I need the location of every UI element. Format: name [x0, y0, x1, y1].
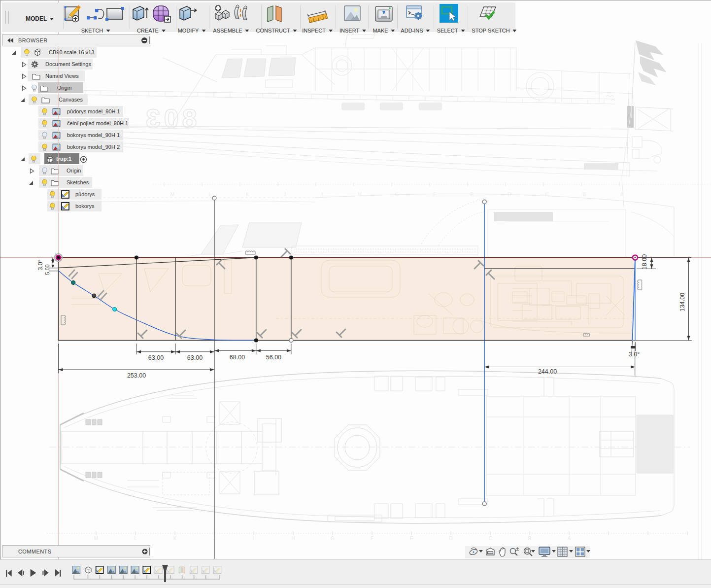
svg-text:F: F [433, 192, 436, 197]
svg-text:I: I [253, 536, 255, 541]
svg-text:134.00: 134.00 [679, 293, 686, 311]
svg-text:H: H [358, 192, 361, 197]
svg-text:3.0°: 3.0° [37, 259, 44, 270]
svg-text:H: H [291, 536, 295, 541]
svg-text:D: D [449, 536, 452, 541]
svg-text:D: D [508, 192, 511, 197]
svg-text:244.00: 244.00 [538, 368, 557, 375]
svg-text:M: M [170, 192, 174, 197]
svg-text:K: K [246, 192, 249, 197]
svg-text:A: A [620, 192, 624, 197]
svg-text:68.00: 68.00 [230, 354, 245, 361]
svg-text:G: G [395, 192, 399, 197]
svg-text:C: C [488, 536, 492, 541]
svg-text:C: C [545, 192, 548, 197]
svg-text:L: L [208, 192, 211, 197]
svg-text:J: J [284, 192, 286, 197]
svg-text:18.00: 18.00 [641, 254, 648, 270]
svg-text:56.00: 56.00 [266, 354, 281, 361]
svg-text:253.00: 253.00 [127, 372, 146, 379]
svg-text:G: G [331, 536, 335, 541]
svg-text:M: M [94, 536, 98, 541]
svg-text:E: E [410, 536, 413, 541]
svg-text:3.0°: 3.0° [629, 351, 640, 358]
svg-text:63.00: 63.00 [148, 354, 164, 361]
svg-text:L: L [134, 536, 137, 541]
svg-text:803: 803 [142, 104, 197, 133]
svg-text:63.00: 63.00 [187, 354, 203, 361]
svg-text:I: I [322, 192, 323, 197]
svg-text:5.00: 5.00 [44, 264, 50, 275]
svg-text:K: K [173, 536, 177, 541]
svg-text:B: B [528, 536, 532, 541]
svg-text:E: E [471, 192, 474, 197]
svg-text:F: F [371, 536, 373, 541]
svg-text:A: A [568, 536, 571, 541]
svg-text:B: B [583, 192, 586, 197]
